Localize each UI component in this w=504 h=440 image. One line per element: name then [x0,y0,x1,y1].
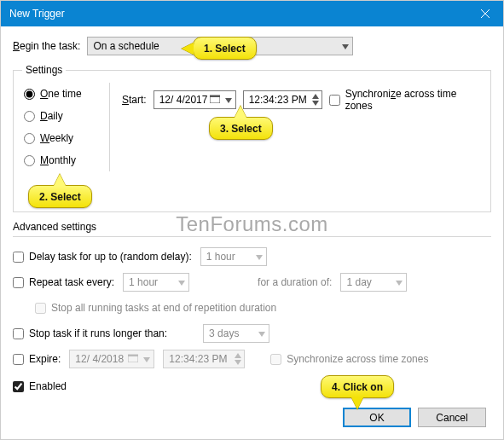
svg-marker-10 [396,281,403,286]
stop-all-row: Stop all running tasks at end of repetit… [35,297,491,319]
svg-marker-2 [342,44,349,49]
start-date-value: 12/ 4/2017 [159,94,208,106]
stop-longer-check[interactable]: Stop task if it runs longer than: [13,327,167,339]
chevron-down-icon [256,251,263,263]
chevron-down-icon [342,40,349,52]
ok-button[interactable]: OK [343,408,411,427]
calendar-icon [210,94,220,106]
dialog-buttons: OK Cancel [343,408,486,427]
svg-marker-8 [256,255,263,260]
window-title: New Trigger [9,8,65,20]
radio-weekly[interactable]: Weekly [24,132,97,144]
start-date-picker[interactable]: 12/ 4/2017 [154,90,236,109]
sync-timezones-check[interactable]: Synchronize across time zones [329,88,480,112]
delay-combo: 1 hour [200,247,267,266]
expire-date-picker: 12/ 4/2018 [69,350,154,368]
duration-label: for a duration of: [258,276,332,288]
expire-sync-check: Synchronize across time zones [270,353,428,365]
spinner-icon [311,93,320,107]
stop-all-check: Stop all running tasks at end of repetit… [35,302,276,314]
sync-timezones-label: Synchronize across time zones [345,88,480,112]
svg-marker-16 [235,360,241,365]
svg-rect-13 [128,355,138,356]
svg-rect-4 [210,96,220,97]
radio-daily[interactable]: Daily [24,110,97,122]
expire-row: Expire: 12/ 4/2018 12:34:23 PM Synchroni… [13,348,491,370]
svg-marker-11 [258,332,265,337]
expire-time-picker: 12:34:23 PM [163,350,245,368]
chevron-down-icon [396,276,403,288]
start-time-picker[interactable]: 12:34:23 PM [243,90,322,109]
callout-1: 1. Select [193,37,257,60]
schedule-panel: Start: 12/ 4/2017 12:34:23 PM [120,83,482,171]
stop-longer-combo: 3 days [203,324,269,343]
settings-divider [109,83,110,171]
start-time-value: 12:34:23 PM [249,94,307,106]
recurrence-radios: One time Daily Weekly Monthly [22,83,99,171]
start-label: Start: [122,94,147,106]
radio-monthly[interactable]: Monthly [24,154,97,166]
callout-3: 3. Select [209,117,273,140]
advanced-divider [13,236,491,237]
close-icon [481,9,490,18]
callout-2: 2. Select [28,185,92,208]
stop-longer-row: Stop task if it runs longer than: 3 days [13,322,491,344]
spinner-icon [234,352,242,366]
svg-marker-7 [312,101,319,106]
enabled-check[interactable]: Enabled [13,380,67,392]
callout-4: 4. Click on [321,375,394,398]
enabled-row: Enabled [13,375,491,397]
chevron-down-icon [143,353,150,365]
repeat-combo: 1 hour [123,273,189,292]
delay-check[interactable]: Delay task for up to (random delay): [13,251,192,263]
chevron-down-icon [258,327,265,339]
begin-task-label: Begin the task: [13,40,80,52]
chevron-down-icon [225,94,232,106]
repeat-row: Repeat task every: 1 hour for a duration… [13,271,491,293]
repeat-check[interactable]: Repeat task every: [13,276,114,288]
delay-row: Delay task for up to (random delay): 1 h… [13,246,491,268]
cancel-button[interactable]: Cancel [418,408,486,427]
svg-marker-5 [225,98,232,103]
close-button[interactable] [467,1,503,26]
dialog-body: Begin the task: On a schedule Settings O… [1,26,503,409]
radio-one-time[interactable]: One time [24,88,97,100]
duration-combo: 1 day [340,273,407,292]
svg-marker-6 [312,94,319,99]
advanced-legend: Advanced settings [13,221,491,233]
settings-legend: Settings [22,64,66,76]
begin-task-value: On a schedule [93,40,159,52]
expire-check[interactable]: Expire: [13,353,61,365]
svg-marker-14 [143,357,150,362]
calendar-icon [128,353,138,365]
svg-marker-15 [235,353,241,358]
svg-marker-9 [178,281,185,286]
title-bar: New Trigger [1,1,503,26]
chevron-down-icon [178,276,185,288]
